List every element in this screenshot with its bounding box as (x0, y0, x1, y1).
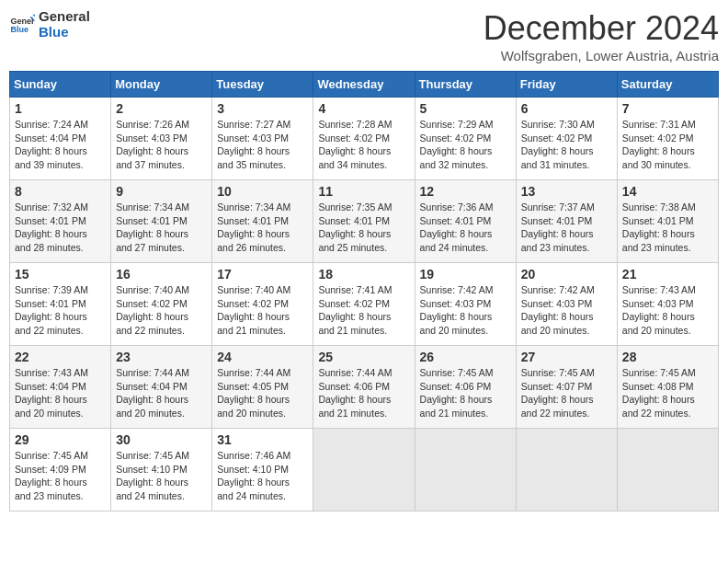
logo: General Blue General Blue (9, 9, 90, 40)
day-number: 30 (116, 432, 207, 447)
day-info: Sunrise: 7:24 AM Sunset: 4:04 PM Dayligh… (15, 118, 106, 172)
day-info: Sunrise: 7:42 AM Sunset: 4:03 PM Dayligh… (521, 283, 612, 338)
day-number: 13 (521, 184, 612, 199)
day-number: 21 (622, 267, 713, 282)
day-number: 28 (622, 350, 713, 364)
day-number: 2 (116, 101, 207, 116)
calendar-day-cell: 30 Sunrise: 7:45 AM Sunset: 4:10 PM Dayl… (111, 429, 212, 511)
day-of-week-header: Saturday (617, 72, 718, 98)
month-title: December 2024 (483, 9, 719, 48)
day-of-week-header: Tuesday (212, 72, 313, 98)
calendar-day-cell: 18 Sunrise: 7:41 AM Sunset: 4:02 PM Dayl… (313, 263, 415, 346)
title-block: December 2024 Wolfsgraben, Lower Austria… (483, 9, 719, 63)
calendar-day-cell: 22 Sunrise: 7:43 AM Sunset: 4:04 PM Dayl… (10, 346, 111, 429)
day-info: Sunrise: 7:36 AM Sunset: 4:01 PM Dayligh… (420, 201, 511, 255)
day-info: Sunrise: 7:45 AM Sunset: 4:10 PM Dayligh… (116, 449, 207, 503)
day-number: 9 (116, 184, 207, 199)
calendar-day-cell: 7 Sunrise: 7:31 AM Sunset: 4:02 PM Dayli… (617, 98, 718, 180)
day-info: Sunrise: 7:45 AM Sunset: 4:06 PM Dayligh… (420, 366, 511, 420)
day-number: 17 (217, 267, 308, 282)
calendar-day-cell: 13 Sunrise: 7:37 AM Sunset: 4:01 PM Dayl… (516, 180, 617, 263)
day-info: Sunrise: 7:39 AM Sunset: 4:01 PM Dayligh… (15, 283, 106, 338)
day-number: 4 (318, 101, 409, 116)
day-info: Sunrise: 7:46 AM Sunset: 4:10 PM Dayligh… (217, 449, 308, 503)
logo-icon: General Blue (9, 12, 35, 38)
calendar-day-cell: 1 Sunrise: 7:24 AM Sunset: 4:04 PM Dayli… (10, 98, 111, 180)
day-info: Sunrise: 7:41 AM Sunset: 4:02 PM Dayligh… (318, 283, 409, 338)
day-number: 20 (521, 267, 612, 282)
day-info: Sunrise: 7:40 AM Sunset: 4:02 PM Dayligh… (217, 283, 308, 338)
svg-text:Blue: Blue (10, 25, 28, 34)
day-info: Sunrise: 7:45 AM Sunset: 4:08 PM Dayligh… (622, 366, 713, 420)
day-of-week-header: Friday (516, 72, 617, 98)
calendar-day-cell: 16 Sunrise: 7:40 AM Sunset: 4:02 PM Dayl… (111, 263, 212, 346)
day-number: 1 (15, 101, 106, 116)
calendar-day-cell: 26 Sunrise: 7:45 AM Sunset: 4:06 PM Dayl… (415, 346, 516, 429)
day-info: Sunrise: 7:29 AM Sunset: 4:02 PM Dayligh… (420, 118, 511, 172)
calendar-day-cell: 12 Sunrise: 7:36 AM Sunset: 4:01 PM Dayl… (415, 180, 516, 263)
day-number: 23 (116, 350, 207, 364)
day-info: Sunrise: 7:43 AM Sunset: 4:04 PM Dayligh… (15, 366, 106, 420)
calendar-day-cell: 25 Sunrise: 7:44 AM Sunset: 4:06 PM Dayl… (313, 346, 415, 429)
calendar-day-cell: 6 Sunrise: 7:30 AM Sunset: 4:02 PM Dayli… (516, 98, 617, 180)
day-number: 6 (521, 101, 612, 116)
calendar-day-cell: 28 Sunrise: 7:45 AM Sunset: 4:08 PM Dayl… (617, 346, 718, 429)
day-number: 5 (420, 101, 511, 116)
day-info: Sunrise: 7:27 AM Sunset: 4:03 PM Dayligh… (217, 118, 308, 172)
day-number: 29 (15, 432, 106, 447)
day-info: Sunrise: 7:43 AM Sunset: 4:03 PM Dayligh… (622, 283, 713, 338)
calendar-day-cell: 19 Sunrise: 7:42 AM Sunset: 4:03 PM Dayl… (415, 263, 516, 346)
day-number: 16 (116, 267, 207, 282)
calendar-day-cell: 29 Sunrise: 7:45 AM Sunset: 4:09 PM Dayl… (10, 429, 111, 511)
day-number: 11 (318, 184, 409, 199)
day-of-week-header: Sunday (10, 72, 111, 98)
calendar-day-cell: 15 Sunrise: 7:39 AM Sunset: 4:01 PM Dayl… (10, 263, 111, 346)
calendar-day-cell: 27 Sunrise: 7:45 AM Sunset: 4:07 PM Dayl… (516, 346, 617, 429)
calendar-day-cell: 17 Sunrise: 7:40 AM Sunset: 4:02 PM Dayl… (212, 263, 313, 346)
day-info: Sunrise: 7:42 AM Sunset: 4:03 PM Dayligh… (420, 283, 511, 338)
calendar-day-cell: 20 Sunrise: 7:42 AM Sunset: 4:03 PM Dayl… (516, 263, 617, 346)
day-number: 18 (318, 267, 409, 282)
calendar-day-cell: 2 Sunrise: 7:26 AM Sunset: 4:03 PM Dayli… (111, 98, 212, 180)
calendar-day-cell: 31 Sunrise: 7:46 AM Sunset: 4:10 PM Dayl… (212, 429, 313, 511)
day-number: 12 (420, 184, 511, 199)
location: Wolfsgraben, Lower Austria, Austria (483, 48, 719, 63)
calendar-day-cell: 21 Sunrise: 7:43 AM Sunset: 4:03 PM Dayl… (617, 263, 718, 346)
day-number: 10 (217, 184, 308, 199)
calendar-day-cell: 4 Sunrise: 7:28 AM Sunset: 4:02 PM Dayli… (313, 98, 415, 180)
day-info: Sunrise: 7:35 AM Sunset: 4:01 PM Dayligh… (318, 201, 409, 255)
empty-cell (313, 429, 415, 511)
calendar-day-cell: 10 Sunrise: 7:34 AM Sunset: 4:01 PM Dayl… (212, 180, 313, 263)
empty-cell (415, 429, 516, 511)
calendar-day-cell: 11 Sunrise: 7:35 AM Sunset: 4:01 PM Dayl… (313, 180, 415, 263)
calendar-table: SundayMondayTuesdayWednesdayThursdayFrid… (9, 71, 719, 511)
day-info: Sunrise: 7:31 AM Sunset: 4:02 PM Dayligh… (622, 118, 713, 172)
logo-blue: Blue (39, 25, 90, 40)
day-info: Sunrise: 7:44 AM Sunset: 4:05 PM Dayligh… (217, 366, 308, 420)
day-number: 31 (217, 432, 308, 447)
day-info: Sunrise: 7:45 AM Sunset: 4:09 PM Dayligh… (15, 449, 106, 503)
day-number: 24 (217, 350, 308, 364)
day-number: 15 (15, 267, 106, 282)
calendar-day-cell: 24 Sunrise: 7:44 AM Sunset: 4:05 PM Dayl… (212, 346, 313, 429)
day-info: Sunrise: 7:45 AM Sunset: 4:07 PM Dayligh… (521, 366, 612, 420)
day-of-week-header: Wednesday (313, 72, 415, 98)
day-number: 3 (217, 101, 308, 116)
calendar-day-cell: 5 Sunrise: 7:29 AM Sunset: 4:02 PM Dayli… (415, 98, 516, 180)
page-header: General Blue General Blue December 2024 … (9, 9, 719, 63)
empty-cell (516, 429, 617, 511)
day-number: 7 (622, 101, 713, 116)
day-info: Sunrise: 7:44 AM Sunset: 4:06 PM Dayligh… (318, 366, 409, 420)
calendar-day-cell: 14 Sunrise: 7:38 AM Sunset: 4:01 PM Dayl… (617, 180, 718, 263)
day-info: Sunrise: 7:40 AM Sunset: 4:02 PM Dayligh… (116, 283, 207, 338)
day-of-week-header: Thursday (415, 72, 516, 98)
day-info: Sunrise: 7:32 AM Sunset: 4:01 PM Dayligh… (15, 201, 106, 255)
day-number: 19 (420, 267, 511, 282)
day-of-week-header: Monday (111, 72, 212, 98)
logo-general: General (39, 9, 90, 25)
calendar-day-cell: 3 Sunrise: 7:27 AM Sunset: 4:03 PM Dayli… (212, 98, 313, 180)
day-info: Sunrise: 7:44 AM Sunset: 4:04 PM Dayligh… (116, 366, 207, 420)
day-number: 27 (521, 350, 612, 364)
day-info: Sunrise: 7:38 AM Sunset: 4:01 PM Dayligh… (622, 201, 713, 255)
calendar-day-cell: 9 Sunrise: 7:34 AM Sunset: 4:01 PM Dayli… (111, 180, 212, 263)
